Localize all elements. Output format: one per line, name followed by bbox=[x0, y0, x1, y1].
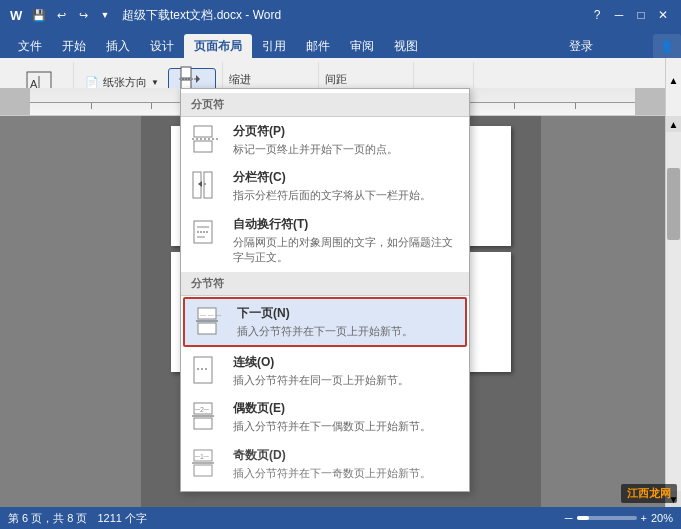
odd-page-item[interactable]: ─1─ 奇数页(D) 插入分节符并在下一奇数页上开始新节。 bbox=[181, 441, 469, 487]
title-bar: W 💾 ↩ ↪ ▼ 超级下载text文档.docx - Word ? ─ □ ✕ bbox=[0, 0, 681, 30]
svg-text:W: W bbox=[10, 8, 23, 23]
scroll-track[interactable] bbox=[666, 132, 681, 491]
next-page-icon: — — — bbox=[195, 305, 227, 337]
next-page-text: 下一页(N) 插入分节符并在下一页上开始新节。 bbox=[237, 305, 455, 339]
svg-rect-15 bbox=[204, 172, 212, 198]
page-info: 第 6 页，共 8 页 bbox=[8, 511, 87, 526]
word-count: 1211 个字 bbox=[97, 511, 147, 526]
zoom-slider[interactable] bbox=[577, 516, 637, 520]
restore-button[interactable]: □ bbox=[631, 5, 651, 25]
svg-text:— — —: — — — bbox=[200, 312, 221, 318]
next-page-desc: 插入分节符并在下一页上开始新节。 bbox=[237, 324, 455, 339]
login-button[interactable]: 登录 bbox=[559, 34, 603, 58]
continuous-item[interactable]: 连续(O) 插入分节符并在同一页上开始新节。 bbox=[181, 348, 469, 394]
zoom-level: 20% bbox=[651, 512, 673, 524]
ribbon-tab-bar: 文件 开始 插入 设计 页面布局 引用 邮件 审阅 视图 登录 👤 bbox=[0, 30, 681, 58]
window-controls: ? ─ □ ✕ bbox=[587, 5, 673, 25]
watermark: 江西龙网 bbox=[621, 484, 677, 503]
tab-mailings[interactable]: 邮件 bbox=[296, 34, 340, 58]
column-break-item[interactable]: 分栏符(C) 指示分栏符后面的文字将从下一栏开始。 bbox=[181, 163, 469, 209]
auto-line-desc: 分隔网页上的对象周围的文字，如分隔题注文字与正文。 bbox=[233, 235, 459, 266]
zoom-slider-fill bbox=[577, 516, 589, 520]
next-page-item[interactable]: — — — 下一页(N) 插入分节符并在下一页上开始新节。 bbox=[183, 297, 467, 347]
help-button[interactable]: ? bbox=[587, 5, 607, 25]
tab-page-layout[interactable]: 页面布局 bbox=[184, 34, 252, 58]
title-bar-left: W 💾 ↩ ↪ ▼ 超级下载text文档.docx - Word bbox=[8, 6, 281, 24]
tab-file[interactable]: 文件 bbox=[8, 34, 52, 58]
page-break-title: 分页符(P) bbox=[233, 123, 459, 140]
even-page-desc: 插入分节符并在下一偶数页上开始新节。 bbox=[233, 419, 459, 434]
svg-rect-7 bbox=[181, 67, 191, 78]
svg-rect-23 bbox=[198, 323, 216, 334]
tab-insert[interactable]: 插入 bbox=[96, 34, 140, 58]
scroll-thumb[interactable] bbox=[667, 168, 680, 240]
tab-view[interactable]: 视图 bbox=[384, 34, 428, 58]
svg-rect-26 bbox=[194, 357, 212, 383]
save-icon[interactable]: 💾 bbox=[30, 6, 48, 24]
auto-line-icon bbox=[191, 216, 223, 248]
spacing-label: 间距 bbox=[325, 72, 408, 87]
svg-marker-10 bbox=[196, 75, 200, 83]
page-breaks-section-header: 分页符 bbox=[181, 93, 469, 117]
indent-label: 缩进 bbox=[229, 72, 312, 87]
odd-page-desc: 插入分节符并在下一奇数页上开始新节。 bbox=[233, 466, 459, 481]
tab-references[interactable]: 引用 bbox=[252, 34, 296, 58]
even-page-text: 偶数页(E) 插入分节符并在下一偶数页上开始新节。 bbox=[233, 400, 459, 434]
column-break-title: 分栏符(C) bbox=[233, 169, 459, 186]
svg-rect-33 bbox=[194, 465, 212, 476]
word-logo-icon: W bbox=[8, 6, 26, 24]
svg-rect-11 bbox=[194, 126, 212, 137]
tab-design[interactable]: 设计 bbox=[140, 34, 184, 58]
page-break-icon bbox=[191, 123, 223, 155]
page-break-text: 分页符(P) 标记一页终止并开始下一页的点。 bbox=[233, 123, 459, 157]
tab-home[interactable]: 开始 bbox=[52, 34, 96, 58]
even-page-title: 偶数页(E) bbox=[233, 400, 459, 417]
breaks-dropdown: 分页符 分页符(P) 标记一页终止并开始下一页的点。 分栏符(C) bbox=[180, 88, 470, 492]
undo-icon[interactable]: ↩ bbox=[52, 6, 70, 24]
column-break-icon bbox=[191, 169, 223, 201]
page-break-item[interactable]: 分页符(P) 标记一页终止并开始下一页的点。 bbox=[181, 117, 469, 163]
redo-icon[interactable]: ↪ bbox=[74, 6, 92, 24]
zoom-area: ─ + 20% bbox=[565, 512, 673, 524]
paper-direction-arrow: ▼ bbox=[151, 78, 159, 87]
avatar-icon[interactable]: 👤 bbox=[653, 34, 681, 58]
odd-page-title: 奇数页(D) bbox=[233, 447, 459, 464]
scroll-up-arrow[interactable]: ▲ bbox=[666, 116, 682, 132]
minimize-button[interactable]: ─ bbox=[609, 5, 629, 25]
quick-access-more-icon[interactable]: ▼ bbox=[96, 6, 114, 24]
even-page-icon: ─2─ bbox=[191, 400, 223, 432]
svg-text:─1─: ─1─ bbox=[194, 453, 209, 460]
odd-page-text: 奇数页(D) 插入分节符并在下一奇数页上开始新节。 bbox=[233, 447, 459, 481]
zoom-plus[interactable]: + bbox=[641, 512, 647, 524]
next-page-title: 下一页(N) bbox=[237, 305, 455, 322]
continuous-desc: 插入分节符并在同一页上开始新节。 bbox=[233, 373, 459, 388]
svg-text:─2─: ─2─ bbox=[194, 406, 209, 413]
close-button[interactable]: ✕ bbox=[653, 5, 673, 25]
auto-line-title: 自动换行符(T) bbox=[233, 216, 459, 233]
ribbon-scroll-up[interactable]: ▲ bbox=[665, 58, 681, 102]
vertical-scrollbar[interactable]: ▲ ▼ bbox=[665, 116, 681, 507]
auto-line-item[interactable]: 自动换行符(T) 分隔网页上的对象周围的文字，如分隔题注文字与正文。 bbox=[181, 210, 469, 272]
continuous-text: 连续(O) 插入分节符并在同一页上开始新节。 bbox=[233, 354, 459, 388]
svg-rect-29 bbox=[194, 418, 212, 429]
continuous-icon bbox=[191, 354, 223, 386]
tab-review[interactable]: 审阅 bbox=[340, 34, 384, 58]
continuous-title: 连续(O) bbox=[233, 354, 459, 371]
section-breaks-section-header: 分节符 bbox=[181, 272, 469, 296]
svg-rect-12 bbox=[194, 141, 212, 152]
even-page-item[interactable]: ─2─ 偶数页(E) 插入分节符并在下一偶数页上开始新节。 bbox=[181, 394, 469, 440]
status-bar: 第 6 页，共 8 页 1211 个字 ─ + 20% bbox=[0, 507, 681, 529]
zoom-minus[interactable]: ─ bbox=[565, 512, 573, 524]
auto-line-text: 自动换行符(T) 分隔网页上的对象周围的文字，如分隔题注文字与正文。 bbox=[233, 216, 459, 266]
window-title: 超级下载text文档.docx - Word bbox=[122, 7, 281, 24]
odd-page-icon: ─1─ bbox=[191, 447, 223, 479]
column-break-desc: 指示分栏符后面的文字将从下一栏开始。 bbox=[233, 188, 459, 203]
status-bar-right: ─ + 20% bbox=[565, 512, 673, 524]
page-break-desc: 标记一页终止并开始下一页的点。 bbox=[233, 142, 459, 157]
column-break-text: 分栏符(C) 指示分栏符后面的文字将从下一栏开始。 bbox=[233, 169, 459, 203]
